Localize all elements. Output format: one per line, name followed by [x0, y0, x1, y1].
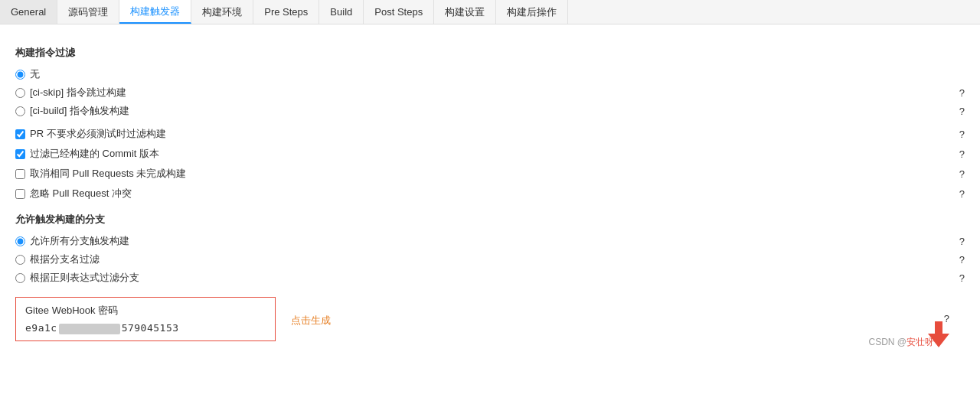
branch-radio-all[interactable] — [15, 236, 25, 246]
watermark: CSDN @安壮呀 — [868, 336, 934, 349]
branch-option-regex-row: 根据正则表达式过滤分支 ? — [15, 271, 965, 285]
help-icon-commit-filter[interactable]: ? — [959, 148, 965, 160]
filter-section-title: 构建指令过滤 — [15, 46, 965, 60]
webhook-section: Gitee WebHook 密码 e9a1c579045153 点击生成 ? — [15, 297, 965, 341]
watermark-highlight: 安壮呀 — [906, 337, 934, 347]
tab-source-management[interactable]: 源码管理 — [57, 0, 119, 24]
pr-filter-checkbox-option[interactable]: PR 不要求必须测试时过滤构建 — [15, 127, 166, 141]
tab-build-settings[interactable]: 构建设置 — [434, 0, 496, 24]
help-icon-cibuild[interactable]: ? — [959, 106, 965, 117]
branch-radio-regex[interactable] — [15, 273, 25, 283]
branch-section: 允许触发构建的分支 允许所有分支触发构建 ? 根据分支名过滤 — [15, 213, 965, 285]
webhook-title: Gitee WebHook 密码 — [25, 304, 266, 318]
tab-build[interactable]: Build — [319, 0, 364, 24]
branch-radio-filter[interactable] — [15, 255, 25, 265]
filter-radio-cibuild[interactable] — [15, 106, 25, 116]
main-content: 构建指令过滤 无 [ci-skip] 指令跳过构建 ? — [0, 24, 980, 354]
branch-option-regex[interactable]: 根据正则表达式过滤分支 — [15, 271, 139, 285]
tab-general[interactable]: General — [0, 0, 57, 24]
filter-option-ciskip[interactable]: [ci-skip] 指令跳过构建 — [15, 86, 126, 99]
tab-bar: General 源码管理 构建触发器 构建环境 Pre Steps Build … — [0, 0, 980, 24]
help-icon-ignore-pr[interactable]: ? — [959, 188, 965, 200]
filter-radio-none[interactable] — [15, 70, 25, 80]
tab-build-trigger[interactable]: 构建触发器 — [119, 0, 191, 24]
branch-option-filter[interactable]: 根据分支名过滤 — [15, 252, 100, 266]
commit-filter-row: 过滤已经构建的 Commit 版本 ? — [15, 147, 965, 161]
help-icon-branch-regex[interactable]: ? — [959, 272, 965, 284]
webhook-blur — [59, 324, 120, 334]
filter-option-none-row: 无 — [15, 67, 965, 81]
branch-section-title: 允许触发构建的分支 — [15, 213, 965, 226]
filter-option-none[interactable]: 无 — [15, 67, 40, 81]
ignore-pr-checkbox[interactable] — [15, 189, 25, 199]
tab-pre-steps[interactable]: Pre Steps — [253, 0, 319, 24]
help-icon-pr-filter[interactable]: ? — [959, 129, 965, 140]
commit-filter-checkbox-option[interactable]: 过滤已经构建的 Commit 版本 — [15, 147, 159, 161]
commit-filter-checkbox[interactable] — [15, 149, 25, 159]
webhook-prefix: e9a1c — [25, 322, 57, 334]
cancel-pr-checkbox-option[interactable]: 取消相同 Pull Requests 未完成构建 — [15, 167, 186, 181]
filter-option-cibuild[interactable]: [ci-build] 指令触发构建 — [15, 104, 129, 118]
branch-option-all-row: 允许所有分支触发构建 ? — [15, 234, 965, 248]
filter-radio-ciskip[interactable] — [15, 88, 25, 98]
filter-option-ciskip-row: [ci-skip] 指令跳过构建 ? — [15, 86, 965, 99]
cancel-pr-checkbox[interactable] — [15, 169, 25, 179]
webhook-suffix: 579045153 — [122, 322, 179, 334]
arrow-stem — [935, 321, 942, 334]
tab-post-steps[interactable]: Post Steps — [364, 0, 434, 24]
branch-option-all[interactable]: 允许所有分支触发构建 — [15, 234, 129, 248]
help-icon-cancel-pr[interactable]: ? — [959, 168, 965, 180]
ignore-pr-checkbox-option[interactable]: 忽略 Pull Request 冲突 — [15, 187, 132, 200]
ignore-pr-row: 忽略 Pull Request 冲突 ? — [15, 187, 965, 200]
webhook-box: Gitee WebHook 密码 e9a1c579045153 — [15, 297, 276, 341]
webhook-value: e9a1c579045153 — [25, 322, 266, 334]
pr-filter-checkbox[interactable] — [15, 129, 25, 139]
branch-option-filter-row: 根据分支名过滤 ? — [15, 252, 965, 266]
help-icon-branch-all[interactable]: ? — [959, 236, 965, 247]
tab-build-env[interactable]: 构建环境 — [191, 0, 253, 24]
pr-filter-row: PR 不要求必须测试时过滤构建 ? — [15, 127, 965, 141]
help-icon-branch-filter[interactable]: ? — [959, 254, 965, 266]
filter-option-cibuild-row: [ci-build] 指令触发构建 ? — [15, 104, 965, 118]
tab-post-build[interactable]: 构建后操作 — [496, 0, 568, 24]
help-icon-ciskip[interactable]: ? — [959, 87, 965, 99]
cancel-pr-row: 取消相同 Pull Requests 未完成构建 ? — [15, 167, 965, 181]
generate-link[interactable]: 点击生成 — [291, 314, 331, 327]
filter-section: 构建指令过滤 无 [ci-skip] 指令跳过构建 ? — [15, 46, 965, 118]
